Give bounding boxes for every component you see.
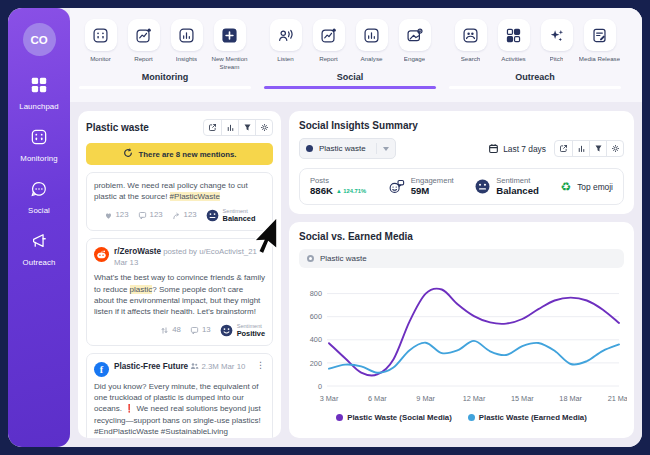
export-icon[interactable] — [204, 120, 221, 135]
tool-label: New Mention Stream — [208, 55, 251, 70]
summary-title: Social Insights Summary — [299, 120, 624, 131]
tool-engage[interactable]: Engage — [393, 19, 436, 70]
social-insights-summary-card: Social Insights Summary Plastic waste La… — [289, 111, 634, 214]
svg-text:12 Mar: 12 Mar — [463, 394, 486, 403]
facebook-icon: f — [94, 362, 109, 377]
tool-report-social[interactable]: Report — [307, 19, 350, 70]
gear-icon[interactable] — [606, 141, 623, 156]
likes-count[interactable]: 123 — [104, 210, 129, 221]
tool-label: Report — [134, 55, 153, 70]
monitor-icon[interactable] — [85, 19, 117, 51]
svg-text:400: 400 — [310, 336, 322, 345]
refresh-icon — [123, 148, 133, 160]
comments-count[interactable]: 13 — [190, 325, 211, 336]
tool-label: Monitor — [90, 55, 111, 70]
calendar-icon — [488, 143, 499, 154]
launchpad-grid-icon — [30, 76, 48, 98]
tool-new-mention-stream[interactable]: New Mention Stream — [208, 19, 251, 70]
sidebar-item-monitoring[interactable]: Monitoring — [20, 128, 57, 163]
mention-highlight: plastic — [130, 285, 153, 294]
chat-bubble-icon — [30, 180, 48, 202]
legend-earned-media[interactable]: Plastic Waste (Earned Media) — [468, 413, 587, 422]
date-range-selector[interactable]: Last 7 days — [488, 143, 546, 154]
tool-activities[interactable]: Activities — [492, 19, 535, 70]
toolbar-group-social: Listen Report Analyse — [264, 19, 436, 89]
mention-date: Mar 13 — [114, 258, 138, 267]
votes-count[interactable]: 48 — [160, 325, 181, 336]
megaphone-icon — [30, 232, 48, 254]
filter-icon[interactable] — [589, 141, 606, 156]
neutral-face-icon — [206, 209, 219, 222]
plus-icon[interactable] — [214, 19, 246, 51]
report-icon[interactable] — [313, 19, 345, 51]
svg-text:21 Mar: 21 Mar — [608, 394, 627, 403]
chart-icon[interactable] — [572, 141, 589, 156]
activities-icon[interactable] — [498, 19, 530, 51]
kpi-strip: Posts 886K ▲ 124.71% Engagement — [299, 168, 624, 205]
topic-dot-icon — [306, 145, 313, 152]
svg-text:0: 0 — [318, 382, 322, 391]
chart-legend: Plastic Waste (Social Media) Plastic Was… — [299, 413, 624, 422]
document-edit-icon[interactable] — [584, 19, 616, 51]
listen-icon[interactable] — [270, 19, 302, 51]
insights-icon[interactable] — [171, 19, 203, 51]
sparkles-icon[interactable] — [541, 19, 573, 51]
tool-search[interactable]: Search — [449, 19, 492, 70]
sidebar-item-outreach[interactable]: Outreach — [23, 232, 56, 267]
posts-delta: ▲ 124.71% — [336, 188, 366, 195]
tool-label: Engage — [404, 55, 425, 70]
sidebar-item-launchpad[interactable]: Launchpad — [19, 76, 59, 111]
tool-label: Report — [319, 55, 338, 70]
shares-count[interactable]: 123 — [172, 210, 197, 221]
tool-monitor[interactable]: Monitor — [79, 19, 122, 70]
mention-card[interactable]: f Plastic-Free Future 2.3M Mar 10 ⋮ Did … — [86, 353, 273, 438]
line-chart[interactable]: 02004006008003 Mar6 Mar9 Mar12 Mar15 Mar… — [299, 274, 627, 410]
topic-dropdown[interactable]: Plastic waste — [299, 138, 396, 159]
tool-media-release[interactable]: Media Release — [578, 19, 621, 70]
mention-text: Did you know? Every minute, the equivale… — [94, 382, 261, 436]
svg-text:15 Mar: 15 Mar — [511, 394, 534, 403]
gear-icon[interactable] — [255, 120, 272, 135]
tool-label: Search — [461, 55, 481, 70]
comments-count[interactable]: 123 — [138, 210, 163, 221]
sentiment-indicator: Sentiment Balanced — [206, 208, 256, 223]
legend-dot-icon — [336, 414, 343, 421]
tool-label: Pitch — [550, 55, 564, 70]
source-name[interactable]: r/ZeroWaste — [114, 247, 161, 256]
chevron-down-icon — [383, 147, 389, 151]
contacts-search-icon[interactable] — [455, 19, 487, 51]
source-name[interactable]: Plastic-Free Future — [114, 362, 188, 371]
topic-dropdown-value: Plastic waste — [319, 144, 366, 153]
account-avatar[interactable]: CO — [23, 23, 56, 56]
chart-icon[interactable] — [221, 120, 238, 135]
tool-label: Insights — [176, 55, 197, 70]
sidebar-item-label: Outreach — [23, 258, 56, 267]
report-icon[interactable] — [128, 19, 160, 51]
legend-social-media[interactable]: Plastic Waste (Social Media) — [336, 413, 452, 422]
toolbar-group-label: Social — [264, 72, 436, 86]
tool-report-monitoring[interactable]: Report — [122, 19, 165, 70]
tool-pitch[interactable]: Pitch — [535, 19, 578, 70]
kpi-engagement: Engagement 59M — [388, 176, 454, 197]
engage-icon[interactable] — [399, 19, 431, 51]
mentions-toolbar — [203, 119, 273, 136]
tool-listen[interactable]: Listen — [264, 19, 307, 70]
sidebar-item-social[interactable]: Social — [28, 180, 50, 215]
new-mentions-banner[interactable]: There are 8 new mentions. — [86, 143, 273, 165]
kebab-menu-icon[interactable]: ⋮ — [256, 361, 265, 370]
mentions-panel: Plastic waste — [78, 111, 281, 438]
tool-analyse[interactable]: Analyse — [350, 19, 393, 70]
mention-card[interactable]: r/ZeroWaste posted by u/EcoActivist_21 M… — [86, 238, 273, 346]
analyse-icon[interactable] — [356, 19, 388, 51]
filter-icon[interactable] — [238, 120, 255, 135]
summary-toolbar — [554, 140, 624, 157]
svg-text:18 Mar: 18 Mar — [559, 394, 582, 403]
mention-card[interactable]: problem. We need real policy change to c… — [86, 172, 273, 231]
legend-dot-icon — [468, 414, 475, 421]
followers-icon — [190, 362, 199, 370]
svg-text:9 Mar: 9 Mar — [416, 394, 435, 403]
export-icon[interactable] — [555, 141, 572, 156]
chart-filter-pill[interactable]: Plastic waste — [299, 249, 624, 268]
tool-insights[interactable]: Insights — [165, 19, 208, 70]
mentions-panel-title: Plastic waste — [86, 122, 149, 133]
